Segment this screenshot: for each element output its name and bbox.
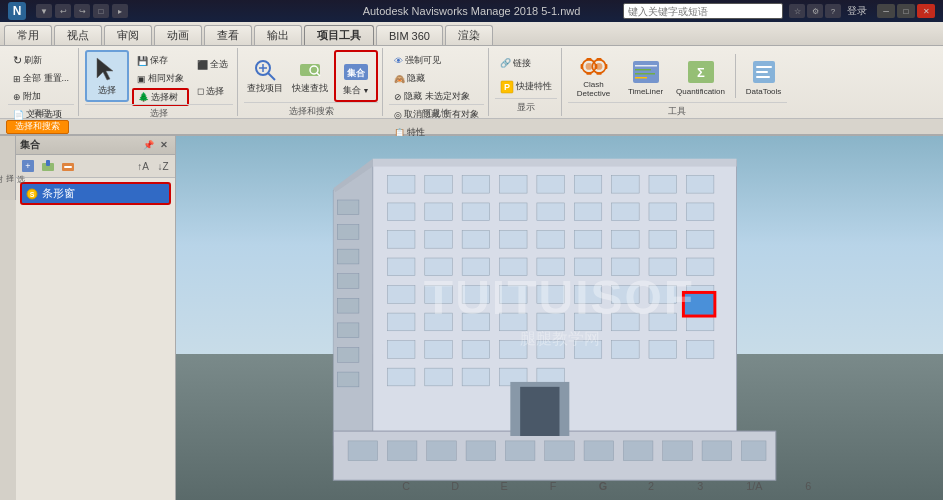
svg-rect-65 <box>425 230 453 248</box>
svg-rect-58 <box>500 203 528 221</box>
settings-icon[interactable]: ⚙ <box>807 4 823 18</box>
tab-project-tools[interactable]: 项目工具 <box>304 25 374 45</box>
viewport[interactable]: C D E F G 2 3 1/A 6 TUITUISOF 腿腿教学网 <box>176 136 943 500</box>
svg-rect-64 <box>387 230 415 248</box>
svg-rect-98 <box>649 313 677 331</box>
svg-rect-50 <box>537 175 565 193</box>
attach-btn[interactable]: ⊕ 附加 <box>8 88 74 105</box>
svg-rect-33 <box>756 76 770 78</box>
svg-rect-39 <box>64 166 72 168</box>
clash-detective-btn[interactable]: ClashDetective <box>568 50 620 102</box>
save-btn[interactable]: 💾 保存 <box>132 52 189 69</box>
tab-animation[interactable]: 动画 <box>154 25 202 45</box>
select-btn[interactable]: 选择 <box>85 50 129 102</box>
tools-group-label: 工具 <box>568 102 787 118</box>
building-svg: C D E F G 2 3 1/A 6 <box>176 136 943 500</box>
new-set-icon: + <box>21 159 35 173</box>
tab-render[interactable]: 渲染 <box>445 25 493 45</box>
remove-from-set-btn[interactable] <box>59 157 77 175</box>
quick-search-btn[interactable]: 快速查找 <box>289 50 331 102</box>
svg-rect-110 <box>425 368 453 386</box>
help-icon[interactable]: ? <box>825 4 841 18</box>
toolbar-icon-2[interactable]: ↩ <box>55 4 71 18</box>
tab-common[interactable]: 常用 <box>4 25 52 45</box>
svg-rect-57 <box>462 203 490 221</box>
maximize-btn[interactable]: □ <box>897 4 915 18</box>
minimize-btn[interactable]: ─ <box>877 4 895 18</box>
svg-rect-121 <box>584 441 614 461</box>
set-icon: 集合 <box>342 56 370 84</box>
select-all-btn[interactable]: ⬛ 全选 <box>192 56 233 74</box>
sort-desc-btn[interactable]: ↓Z <box>154 157 172 175</box>
hide-unselected-btn[interactable]: ⊘ 隐藏 未选定对象 <box>389 88 484 105</box>
close-btn[interactable]: ✕ <box>917 4 935 18</box>
vtab-select[interactable]: 选择树 <box>1 138 15 198</box>
svg-rect-52 <box>612 175 640 193</box>
tab-bim360[interactable]: BIM 360 <box>376 25 443 45</box>
new-set-btn[interactable]: + <box>19 157 37 175</box>
svg-rect-123 <box>663 441 693 461</box>
ribbon-group-tools: ClashDetective TimeLiner <box>564 48 791 116</box>
title-text: Autodesk Navisworks Manage 2018 5-1.nwd <box>363 5 581 17</box>
tab-output[interactable]: 输出 <box>254 25 302 45</box>
datatools-btn[interactable]: DataTools <box>741 50 787 102</box>
left-panel: 集合 📌 ✕ + <box>16 136 176 500</box>
quantification-btn[interactable]: Σ Quantification <box>672 50 730 102</box>
svg-text:G: G <box>599 480 607 492</box>
svg-rect-103 <box>500 341 528 359</box>
tree-item-0[interactable]: S 条形窗 <box>20 182 171 205</box>
tab-view[interactable]: 查看 <box>204 25 252 45</box>
select-label-btn[interactable]: ◻ 选择 <box>192 82 233 100</box>
add-to-set-btn[interactable] <box>39 157 57 175</box>
svg-text:3: 3 <box>697 480 703 492</box>
panel-close-btn[interactable]: ✕ <box>157 138 171 152</box>
datatools-icon <box>749 57 779 87</box>
select-cursor-icon <box>93 56 121 84</box>
tab-review[interactable]: 审阅 <box>104 25 152 45</box>
svg-rect-31 <box>756 66 772 68</box>
panel-pin-btn[interactable]: 📌 <box>141 138 155 152</box>
all-reset-btn[interactable]: ⊞ 全部 重置... <box>8 70 74 87</box>
search-input[interactable] <box>623 3 783 19</box>
panel-title: 集合 <box>20 138 40 152</box>
force-visible-btn[interactable]: 👁 强制可见 <box>389 52 484 69</box>
svg-rect-133 <box>337 323 359 338</box>
link-icon: 🔗 <box>500 58 511 68</box>
toolbar-icon-5[interactable]: ▸ <box>112 4 128 18</box>
svg-rect-91 <box>387 313 415 331</box>
timeliner-icon <box>631 57 661 87</box>
sort-asc-btn[interactable]: ↑A <box>134 157 152 175</box>
svg-rect-84 <box>462 286 490 304</box>
project-group-label: 项目 <box>8 104 74 120</box>
link-btn[interactable]: 🔗 链接 <box>495 54 557 72</box>
set-item-icon: S <box>25 187 39 201</box>
svg-text:6: 6 <box>805 480 811 492</box>
select-same-btn[interactable]: ▣ 相同对象 <box>132 70 189 87</box>
svg-rect-62 <box>649 203 677 221</box>
svg-text:C: C <box>402 480 410 492</box>
svg-text:Σ: Σ <box>697 65 705 80</box>
attach-icon: ⊕ <box>13 92 21 102</box>
svg-rect-135 <box>337 372 359 387</box>
svg-rect-75 <box>462 258 490 276</box>
star-icon[interactable]: ☆ <box>789 4 805 18</box>
svg-rect-26 <box>635 73 655 75</box>
svg-rect-100 <box>387 341 415 359</box>
hide-btn[interactable]: 🙈 隐藏 <box>389 70 484 87</box>
svg-rect-94 <box>500 313 528 331</box>
find-items-btn[interactable]: 查找项目 <box>244 50 286 102</box>
svg-rect-74 <box>425 258 453 276</box>
quick-search-icon <box>298 58 322 82</box>
toolbar-icon-3[interactable]: ↪ <box>74 4 90 18</box>
toolbar-icon-1[interactable]: ▼ <box>36 4 52 18</box>
quick-props-btn[interactable]: P 快捷特性 <box>495 78 557 96</box>
remove-from-set-icon <box>61 159 75 173</box>
svg-rect-131 <box>337 274 359 289</box>
svg-rect-85 <box>500 286 528 304</box>
tab-viewpoint[interactable]: 视点 <box>54 25 102 45</box>
refresh-btn[interactable]: ↻ 刷新 <box>8 52 74 69</box>
login-btn[interactable]: 登录 <box>847 4 867 18</box>
timeliner-btn[interactable]: TimeLiner <box>623 50 669 102</box>
toolbar-icon-4[interactable]: □ <box>93 4 109 18</box>
set-btn[interactable]: 集合 集合 ▼ <box>334 50 378 102</box>
